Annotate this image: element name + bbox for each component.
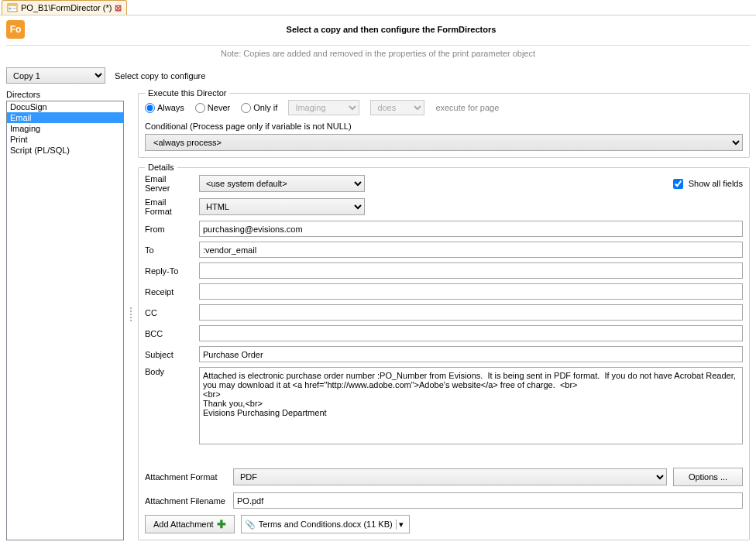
svg-rect-3 [12,8,16,9]
svg-rect-1 [8,4,17,6]
directors-list[interactable]: DocuSign Email Imaging Print Script (PL/… [6,101,124,540]
form-icon [7,2,18,13]
details-legend: Details [145,163,177,172]
execute-group: Execute this Director Always Never Only … [138,93,750,158]
from-input[interactable] [199,221,743,237]
tab-bar: PO_B1\FormDirector (*) ⊠ [0,0,756,15]
label-attachment-filename: Attachment Filename [145,496,227,506]
body-textarea[interactable]: Attached is electronic purchase order nu… [199,367,743,444]
bcc-input[interactable] [199,325,743,341]
copy-selector-row: Copy 1 Select copy to configure [0,63,756,88]
email-server-select[interactable]: <use system default> [199,175,365,192]
director-item-docusign[interactable]: DocuSign [7,101,123,112]
label-email-format: Email Format [145,197,193,216]
label-subject: Subject [145,350,193,359]
attachment-filename-input[interactable] [233,492,743,509]
radio-never[interactable]: Never [195,103,230,113]
label-receipt: Receipt [145,287,193,297]
onlyif-op-select: does [370,100,424,115]
label-cc: CC [145,308,193,317]
radio-always[interactable]: Always [145,103,184,113]
label-attachment-format: Attachment Format [145,472,227,482]
label-reply-to: Reply-To [145,266,193,276]
label-email-server: Email Server [145,174,193,193]
plus-icon: ✚ [217,518,226,530]
director-item-script[interactable]: Script (PL/SQL) [7,145,123,156]
conditional-select[interactable]: <always process> [145,134,743,151]
cc-input[interactable] [199,304,743,321]
document-tab[interactable]: PO_B1\FormDirector (*) ⊠ [2,0,127,15]
director-item-imaging[interactable]: Imaging [7,123,123,134]
directors-label: Directors [6,88,124,101]
svg-point-2 [9,8,12,10]
to-input[interactable] [199,242,743,258]
splitter-handle[interactable] [129,88,133,540]
attachment-format-select[interactable]: PDF [233,468,667,485]
attachment-chip[interactable]: 📎 Terms and Conditions.docx (11 KB) ▾ [241,515,410,533]
fo-badge-icon: Fo [6,20,25,39]
label-bcc: BCC [145,329,193,338]
reply-to-input[interactable] [199,262,743,279]
details-group: Details Email Server <use system default… [138,167,750,540]
radio-onlyif[interactable]: Only if [241,103,277,113]
exec-hint: execute for page [435,103,499,112]
copy-hint: Select copy to configure [115,71,205,81]
conditional-label: Conditional (Process page only if variab… [145,122,743,131]
label-body: Body [145,367,193,376]
email-format-select[interactable]: HTML [199,198,365,215]
director-item-print[interactable]: Print [7,134,123,145]
execute-legend: Execute this Director [145,88,229,98]
label-from: From [145,225,193,234]
note-text: Note: Copies are added and removed in th… [6,45,750,63]
tab-title: PO_B1\FormDirector (*) [21,3,112,12]
close-icon[interactable]: ⊠ [115,3,122,13]
copy-select[interactable]: Copy 1 [6,67,105,84]
paperclip-icon: 📎 [245,520,256,530]
attachment-chip-label: Terms and Conditions.docx (11 KB) [259,520,393,529]
page-title: Select a copy and then configure the For… [33,25,750,34]
options-button[interactable]: Options ... [673,468,743,486]
header: Fo Select a copy and then configure the … [0,15,756,42]
director-item-email[interactable]: Email [7,112,123,123]
chevron-down-icon[interactable]: ▾ [396,520,406,530]
onlyif-var-select: Imaging [288,100,359,115]
subject-input[interactable] [199,346,743,362]
receipt-input[interactable] [199,283,743,300]
show-all-fields-checkbox[interactable]: Show all fields [670,177,743,191]
add-attachment-button[interactable]: Add Attachment ✚ [145,515,235,533]
label-to: To [145,245,193,255]
